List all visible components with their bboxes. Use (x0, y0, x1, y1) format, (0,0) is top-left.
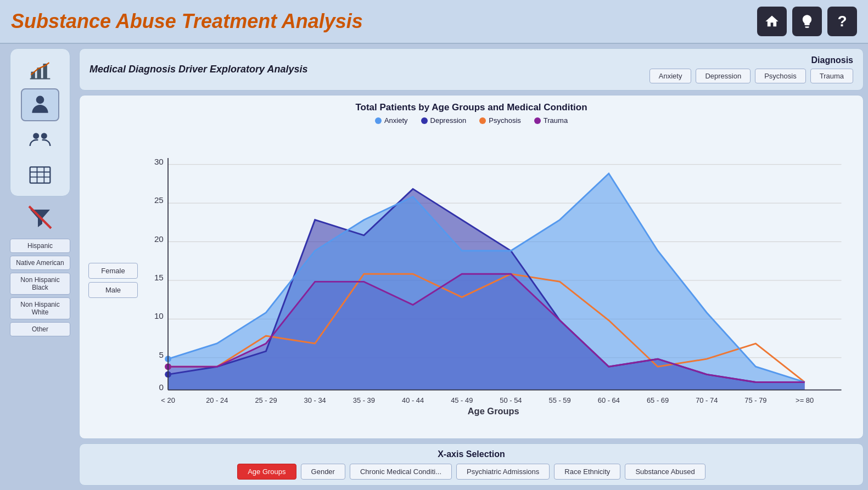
diagnosis-label: Diagnosis (811, 55, 853, 65)
legend-dot-trauma (534, 117, 541, 124)
legend-dot-anxiety (375, 117, 382, 124)
xaxis-panel: X-axis Selection Age Groups Gender Chron… (79, 443, 864, 486)
svg-text:45 - 49: 45 - 49 (451, 396, 473, 404)
xaxis-chronic[interactable]: Chronic Medical Conditi... (350, 464, 452, 480)
group-icon (28, 128, 52, 152)
chart-with-gender: Female Male 30 25 20 15 10 5 0 (88, 129, 854, 432)
gender-male[interactable]: Male (88, 282, 138, 298)
legend-label-depression: Depression (430, 116, 467, 125)
diagnosis-right: Diagnosis Anxiety Depression Psychosis T… (649, 55, 853, 83)
legend-dot-depression (421, 117, 428, 124)
diagnosis-psychosis[interactable]: Psychosis (755, 69, 806, 83)
help-button[interactable]: ? (827, 7, 857, 36)
svg-text:20 - 24: 20 - 24 (206, 396, 228, 404)
sidebar-item-group[interactable] (21, 123, 59, 156)
svg-point-5 (33, 133, 39, 139)
legend-label-anxiety: Anxiety (384, 116, 408, 125)
chart-title: Total Patients by Age Groups and Medical… (88, 102, 854, 113)
ethnicity-filter-group: Hispanic Native American Non Hispanic Bl… (10, 239, 70, 336)
diagnosis-depression[interactable]: Depression (696, 69, 751, 83)
question-mark: ? (837, 13, 847, 30)
no-filter-icon (27, 204, 53, 230)
svg-text:10: 10 (154, 311, 164, 320)
legend-label-psychosis: Psychosis (489, 116, 521, 125)
svg-text:5: 5 (159, 350, 163, 359)
xaxis-substance[interactable]: Substance Abused (625, 464, 705, 480)
svg-text:30: 30 (154, 157, 164, 166)
chart-legend: Anxiety Depression Psychosis Trauma (88, 116, 854, 125)
xaxis-button-group: Age Groups Gender Chronic Medical Condit… (237, 464, 705, 480)
svg-text:60 - 64: 60 - 64 (598, 396, 620, 404)
chart-container: Total Patients by Age Groups and Medical… (79, 95, 864, 439)
svg-text:75 - 79: 75 - 79 (744, 396, 766, 404)
svg-text:25: 25 (154, 195, 164, 205)
sidebar-item-person[interactable] (21, 88, 59, 121)
table-icon (28, 163, 52, 187)
bar-chart-icon (28, 58, 52, 82)
svg-text:50 - 54: 50 - 54 (500, 396, 522, 404)
legend-depression: Depression (421, 116, 467, 125)
sidebar-item-barchart[interactable] (21, 53, 59, 86)
svg-text:Age Groups: Age Groups (468, 406, 519, 416)
svg-point-6 (41, 133, 47, 139)
home-icon (764, 14, 780, 29)
gender-button-group: Female Male (88, 129, 141, 432)
ethnicity-native-american[interactable]: Native American (10, 256, 70, 270)
bulb-button[interactable] (792, 7, 822, 36)
sidebar-nav-card (10, 48, 70, 196)
svg-text:35 - 39: 35 - 39 (353, 396, 375, 404)
svg-text:>= 80: >= 80 (796, 396, 814, 404)
xaxis-psychiatric[interactable]: Psychiatric Admissions (456, 464, 550, 480)
header: Substance Abuse Treatment Analysis ? (0, 0, 868, 44)
ethnicity-hispanic[interactable]: Hispanic (10, 239, 70, 253)
legend-trauma: Trauma (534, 116, 568, 125)
main-area: Hispanic Native American Non Hispanic Bl… (0, 44, 868, 490)
app-title: Substance Abuse Treatment Analysis (11, 10, 363, 33)
main-chart-svg: 30 25 20 15 10 5 0 (145, 129, 854, 432)
sidebar-item-table[interactable] (21, 159, 59, 192)
header-icon-group: ? (757, 7, 857, 36)
svg-text:65 - 69: 65 - 69 (647, 396, 669, 404)
ethnicity-non-hispanic-white[interactable]: Non Hispanic White (10, 297, 70, 319)
svg-text:0: 0 (159, 382, 163, 392)
svg-text:55 - 59: 55 - 59 (549, 396, 571, 404)
gender-female[interactable]: Female (88, 263, 138, 279)
svg-text:25 - 29: 25 - 29 (255, 396, 277, 404)
person-icon (28, 93, 52, 117)
home-button[interactable] (757, 7, 787, 36)
filter-off-icon[interactable] (21, 202, 59, 232)
diagnosis-anxiety[interactable]: Anxiety (649, 69, 692, 83)
ethnicity-non-hispanic-black[interactable]: Non Hispanic Black (10, 273, 70, 295)
diagnosis-panel-title: Medical Diagnosis Driver Exploratory Ana… (89, 64, 307, 75)
xaxis-gender[interactable]: Gender (301, 464, 345, 480)
svg-text:< 20: < 20 (161, 396, 175, 404)
bulb-icon (799, 14, 815, 29)
xaxis-race-ethnicity[interactable]: Race Ethnicity (554, 464, 620, 480)
legend-label-trauma: Trauma (544, 116, 568, 125)
xaxis-label: X-axis Selection (438, 449, 505, 459)
sidebar: Hispanic Native American Non Hispanic Bl… (4, 48, 76, 486)
svg-text:20: 20 (154, 234, 164, 244)
chart-svg-area: 30 25 20 15 10 5 0 (145, 129, 854, 432)
diagnosis-button-group: Anxiety Depression Psychosis Trauma (649, 69, 853, 83)
svg-text:30 - 34: 30 - 34 (304, 396, 326, 404)
content-area: Medical Diagnosis Driver Exploratory Ana… (79, 48, 864, 486)
legend-anxiety: Anxiety (375, 116, 408, 125)
svg-point-4 (36, 96, 44, 104)
legend-dot-psychosis (479, 117, 486, 124)
svg-text:70 - 74: 70 - 74 (696, 396, 718, 404)
diagnosis-panel: Medical Diagnosis Driver Exploratory Ana… (79, 48, 864, 91)
diagnosis-trauma[interactable]: Trauma (810, 69, 853, 83)
legend-psychosis: Psychosis (479, 116, 521, 125)
svg-rect-7 (30, 167, 51, 183)
ethnicity-other[interactable]: Other (10, 322, 70, 336)
xaxis-age-groups[interactable]: Age Groups (237, 464, 296, 480)
svg-text:15: 15 (154, 273, 164, 282)
svg-text:40 - 44: 40 - 44 (402, 396, 424, 404)
